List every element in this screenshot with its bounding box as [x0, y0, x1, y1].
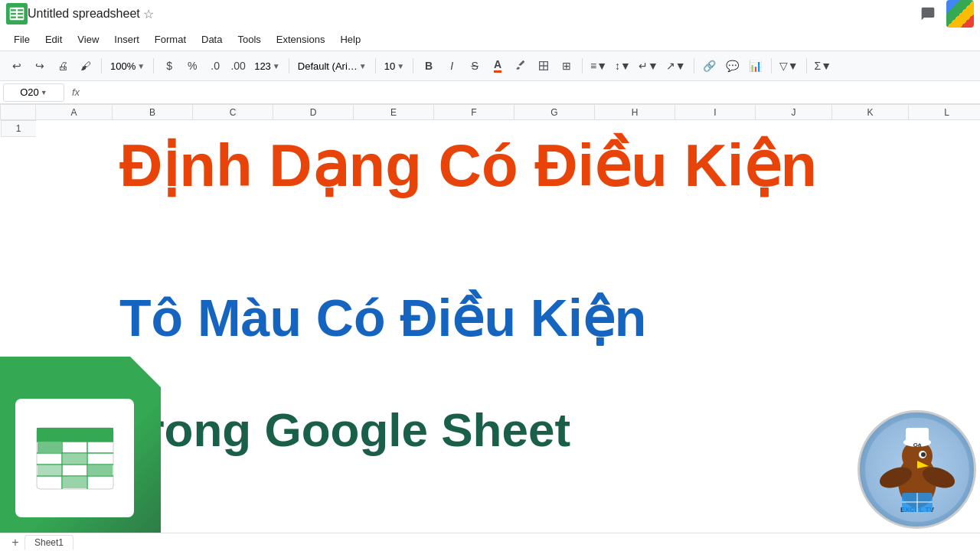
- svg-text:Gà: Gà: [913, 442, 921, 448]
- menu-help[interactable]: Help: [332, 31, 368, 48]
- sheets-logo-overlay: [0, 357, 161, 533]
- menu-bar: File Edit View Insert Format Data Tools …: [0, 28, 980, 51]
- print-button[interactable]: 🖨: [52, 55, 74, 77]
- row-num-1[interactable]: 1: [1, 121, 36, 137]
- svg-rect-3: [18, 9, 23, 11]
- spreadsheet-wrapper: A B C D E F G H I J K L 1234567891011 Đị…: [0, 104, 980, 551]
- col-header-J[interactable]: J: [756, 105, 832, 120]
- svg-rect-10: [37, 428, 113, 442]
- percent-button[interactable]: %: [181, 55, 203, 77]
- svg-rect-31: [906, 428, 929, 443]
- chart-button[interactable]: 📊: [745, 55, 766, 77]
- col-header-E[interactable]: E: [354, 105, 434, 120]
- insert-link-button[interactable]: 🔗: [699, 55, 720, 77]
- menu-insert[interactable]: Insert: [106, 31, 147, 48]
- separator-3: [289, 58, 289, 73]
- undo-button[interactable]: ↩: [6, 55, 28, 77]
- col-header-A[interactable]: A: [36, 105, 113, 120]
- wrap-button[interactable]: ↵▼: [635, 55, 662, 77]
- italic-button[interactable]: I: [441, 55, 462, 77]
- number-format-select[interactable]: 123 ▼: [250, 55, 284, 77]
- col-header-C[interactable]: C: [193, 105, 273, 120]
- decimal00-button[interactable]: .00: [227, 55, 249, 77]
- separator-5: [413, 58, 413, 73]
- eagle-circle: EXCEL TV Gà: [858, 410, 976, 529]
- svg-rect-21: [63, 477, 87, 488]
- menu-edit[interactable]: Edit: [38, 31, 70, 48]
- menu-view[interactable]: View: [70, 31, 106, 48]
- col-header-B[interactable]: B: [113, 105, 193, 120]
- formula-bar: O20 ▼ fx: [0, 81, 980, 104]
- menu-extensions[interactable]: Extensions: [269, 31, 333, 48]
- col-header-F[interactable]: F: [434, 105, 514, 120]
- title-bar: Untitled spreadsheet ☆: [0, 0, 980, 28]
- menu-data[interactable]: Data: [194, 31, 230, 48]
- font-color-button[interactable]: A: [487, 55, 508, 77]
- svg-rect-19: [88, 465, 113, 475]
- functions-button[interactable]: Σ▼: [812, 55, 835, 77]
- svg-rect-20: [38, 465, 61, 475]
- valign-button[interactable]: ↕▼: [612, 55, 634, 77]
- eagle-logo: EXCEL TV Gà: [858, 410, 980, 533]
- svg-rect-6: [11, 17, 16, 18]
- menu-tools[interactable]: Tools: [230, 31, 268, 48]
- highlight-color-button[interactable]: [510, 55, 531, 77]
- col-header-K[interactable]: K: [832, 105, 909, 120]
- formula-input[interactable]: [84, 83, 977, 102]
- line2-text: Tô Màu Có Điều Kiện: [119, 288, 646, 348]
- separator-9: [806, 58, 807, 73]
- sheets-logo-svg: [33, 424, 117, 493]
- col-header-G[interactable]: G: [514, 105, 595, 120]
- svg-rect-17: [38, 442, 61, 452]
- format-chevron: ▼: [273, 62, 280, 70]
- col-header-D[interactable]: D: [273, 105, 354, 120]
- font-size-select[interactable]: 10 ▼: [381, 55, 408, 77]
- svg-rect-5: [18, 13, 23, 15]
- separator-6: [582, 58, 583, 73]
- star-icon[interactable]: ☆: [143, 7, 154, 21]
- zoom-chevron: ▼: [137, 62, 145, 70]
- google-apps-icon[interactable]: [946, 0, 974, 28]
- add-sheet-button[interactable]: +: [6, 533, 24, 552]
- svg-rect-2: [11, 9, 16, 11]
- cell-ref-chevron[interactable]: ▼: [41, 89, 47, 96]
- strikethrough-button[interactable]: S: [464, 55, 485, 77]
- menu-file[interactable]: File: [6, 31, 38, 48]
- col-header-I[interactable]: I: [675, 105, 756, 120]
- currency-button[interactable]: $: [158, 55, 180, 77]
- fx-icon: fx: [67, 86, 84, 98]
- content-overlay: Định Dạng Có Điều Kiện Tô Màu Có Điều Ki…: [35, 119, 980, 551]
- rotate-button[interactable]: ↗▼: [663, 55, 689, 77]
- separator-1: [101, 58, 102, 73]
- corner-header: [1, 105, 36, 120]
- toolbar: ↩ ↪ 🖨 🖌 100% ▼ $ % .0 .00 123 ▼ Default …: [0, 51, 980, 81]
- col-header-H[interactable]: H: [595, 105, 675, 120]
- menu-format[interactable]: Format: [147, 31, 194, 48]
- sheets-logo-inner: [15, 399, 134, 517]
- font-family-select[interactable]: Default (Ari… ▼: [294, 55, 371, 77]
- highlight-icon: [514, 60, 527, 72]
- sheet-tab-1[interactable]: Sheet1: [24, 535, 74, 549]
- col-header-L[interactable]: L: [909, 105, 981, 120]
- separator-4: [375, 58, 376, 73]
- svg-rect-7: [18, 17, 23, 18]
- decimal0-button[interactable]: .0: [204, 55, 226, 77]
- font-chevron: ▼: [359, 62, 367, 70]
- align-button[interactable]: ≡▼: [587, 55, 610, 77]
- font-color-a-label: A: [494, 59, 501, 73]
- merge-cells-button[interactable]: ⊞: [556, 55, 577, 77]
- document-title[interactable]: Untitled spreadsheet: [28, 7, 140, 21]
- comments-icon[interactable]: [916, 2, 940, 26]
- separator-7: [694, 58, 694, 73]
- line1-text: Định Dạng Có Điều Kiện: [119, 131, 817, 201]
- redo-button[interactable]: ↪: [29, 55, 51, 77]
- separator-8: [771, 58, 772, 73]
- zoom-select[interactable]: 100% ▼: [106, 55, 149, 77]
- bold-button[interactable]: B: [418, 55, 439, 77]
- line3-text: Trong Google Sheet: [119, 403, 570, 457]
- paint-format-button[interactable]: 🖌: [75, 55, 96, 77]
- filter-button[interactable]: ▽▼: [776, 55, 802, 77]
- borders-button[interactable]: [533, 55, 554, 77]
- comment-button[interactable]: 💬: [722, 55, 743, 77]
- cell-reference[interactable]: O20 ▼: [3, 83, 64, 102]
